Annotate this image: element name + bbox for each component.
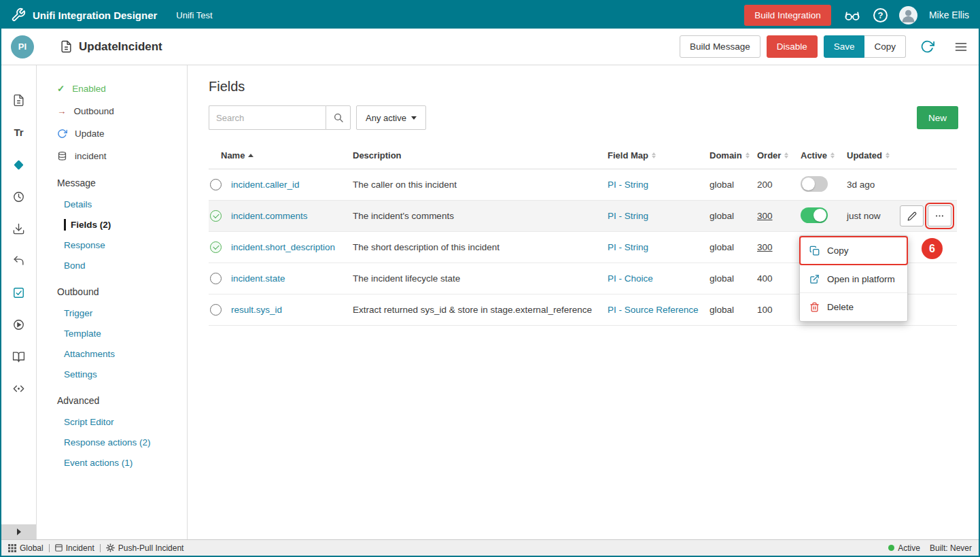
column-header-active[interactable]: Active (801, 150, 847, 161)
field-domain: global (710, 305, 757, 315)
nav-item-fields[interactable]: Fields (2) (64, 219, 187, 231)
download-icon[interactable] (12, 222, 25, 235)
nav-item-script-editor[interactable]: Script Editor (64, 416, 187, 428)
field-map-link[interactable]: PI - String (608, 242, 648, 252)
nav-item-response[interactable]: Response (64, 239, 187, 251)
nav-item-event-actions[interactable]: Event actions (1) (64, 457, 187, 469)
field-order[interactable]: 300 (757, 211, 773, 221)
sort-icon (652, 152, 656, 158)
build-message-button[interactable]: Build Message (680, 35, 760, 58)
nav-status-update[interactable]: Update (57, 126, 187, 140)
menu-item-copy[interactable]: Copy (800, 237, 907, 265)
active-filter-dropdown[interactable]: Any active (356, 105, 426, 130)
docs-book-icon[interactable] (12, 350, 25, 363)
field-name-link[interactable]: incident.caller_id (231, 180, 300, 190)
check-icon: ✓ (57, 83, 65, 94)
icon-strip: Tr (1, 65, 37, 539)
field-map-link[interactable]: PI - Choice (608, 273, 653, 284)
nav-item-settings[interactable]: Settings (64, 369, 187, 380)
app-title: Unifi Integration Designer (33, 10, 157, 21)
process-indicator[interactable]: Push-Pull Incident (106, 543, 184, 553)
column-header-order[interactable]: Order (757, 150, 801, 161)
sidebar-expand-button[interactable] (1, 524, 36, 539)
column-header-name[interactable]: Name (209, 150, 353, 161)
menu-item-delete[interactable]: Delete (800, 292, 907, 320)
process-avatar[interactable]: PI (11, 35, 34, 58)
active-toggle[interactable] (801, 207, 828, 223)
code-icon[interactable] (12, 382, 25, 395)
active-status: Active (888, 543, 920, 553)
context-menu: Copy Open in platform Delete (799, 235, 908, 322)
expand-arrow-icon (17, 528, 21, 535)
active-toggle[interactable] (801, 176, 828, 192)
field-name-link[interactable]: incident.state (231, 273, 285, 284)
field-map-link[interactable]: PI - String (608, 211, 648, 221)
history-icon[interactable] (12, 190, 25, 203)
sync-icon (57, 129, 67, 139)
disable-button[interactable]: Disable (767, 35, 818, 58)
nav-item-bond[interactable]: Bond (64, 260, 187, 271)
row-status-icon (210, 241, 222, 253)
file-text-icon[interactable] (12, 94, 25, 107)
menu-item-label: Delete (827, 302, 854, 312)
integration-tab[interactable]: Unifi Test (176, 10, 212, 20)
nav-status-outbound[interactable]: → Outbound (57, 104, 187, 118)
table-header: Name Description Field Map Domain Order … (209, 142, 957, 169)
row-more-actions-button[interactable] (928, 205, 951, 226)
menu-item-open-in-platform[interactable]: Open in platform (800, 265, 907, 292)
field-name-link[interactable]: incident.comments (231, 211, 308, 221)
tasks-checkbox-icon[interactable] (12, 286, 25, 299)
hamburger-menu-icon[interactable] (953, 40, 969, 54)
filter-label: Any active (366, 113, 406, 123)
preview-glasses-icon[interactable] (843, 8, 862, 22)
text-format-icon[interactable]: Tr (14, 126, 23, 139)
nav-item-attachments[interactable]: Attachments (64, 348, 187, 360)
external-link-icon (809, 274, 820, 284)
search-input[interactable] (209, 105, 326, 130)
nav-section-title: Outbound (57, 286, 187, 299)
record-indicator[interactable]: Incident (55, 543, 94, 553)
user-name: Mike Ellis (929, 10, 969, 20)
edit-pencil-button[interactable] (900, 205, 924, 226)
table-row[interactable]: incident.caller_id The caller on this in… (209, 169, 957, 201)
build-integration-button[interactable]: Build Integration (744, 5, 831, 26)
sort-asc-icon (248, 154, 253, 157)
column-header-field-map[interactable]: Field Map (608, 150, 710, 161)
undo-icon[interactable] (12, 254, 25, 267)
field-domain: global (710, 211, 757, 221)
field-name-link[interactable]: result.sys_id (231, 305, 282, 315)
refresh-icon[interactable] (920, 39, 934, 54)
nav-status-label: incident (75, 151, 107, 161)
nav-item-template[interactable]: Template (64, 328, 187, 339)
nav-status-label: Outbound (74, 106, 114, 116)
row-status-icon (210, 273, 222, 284)
statusbar: Global Incident Push-Pull Incident Activ… (1, 539, 979, 556)
column-header-domain[interactable]: Domain (710, 150, 757, 161)
field-order: 200 (757, 180, 773, 190)
nav-item-trigger[interactable]: Trigger (64, 307, 187, 319)
help-icon[interactable]: ? (873, 8, 888, 22)
search-button[interactable] (326, 105, 351, 130)
table-row[interactable]: incident.comments The incident's comment… (209, 201, 957, 232)
field-updated: just now (847, 211, 900, 221)
nav-status-incident[interactable]: incident (57, 149, 187, 163)
send-diamond-icon[interactable] (12, 158, 25, 171)
field-name-link[interactable]: incident.short_description (231, 242, 335, 252)
field-order[interactable]: 300 (757, 242, 773, 252)
trash-icon (809, 302, 820, 312)
nav-status-enabled[interactable]: ✓ Enabled (57, 82, 187, 95)
topbar-actions: Build Integration ? Mike Ellis (744, 5, 969, 26)
save-button[interactable]: Save (824, 35, 865, 58)
nav-item-details[interactable]: Details (64, 199, 187, 210)
nav-status-label: Enabled (72, 84, 106, 94)
run-play-icon[interactable] (12, 318, 25, 331)
scope-indicator[interactable]: Global (8, 543, 43, 553)
copy-button[interactable]: Copy (864, 35, 906, 58)
user-avatar[interactable] (899, 6, 917, 24)
field-map-link[interactable]: PI - Source Reference (608, 305, 699, 315)
field-map-link[interactable]: PI - String (608, 180, 648, 190)
nav-item-response-actions[interactable]: Response actions (2) (64, 437, 187, 448)
column-header-updated[interactable]: Updated (847, 150, 900, 161)
new-button[interactable]: New (917, 106, 958, 129)
column-header-description[interactable]: Description (353, 150, 608, 161)
